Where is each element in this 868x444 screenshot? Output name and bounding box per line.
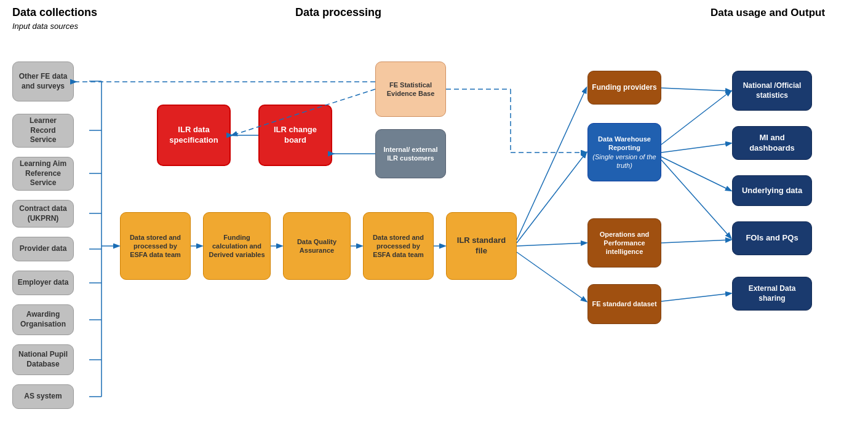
header-data-usage: Data usage and Output	[711, 6, 825, 20]
svg-line-22	[661, 160, 731, 238]
header-usage-title: Data usage and Output	[711, 7, 825, 18]
box-data-warehouse: Data Warehouse Reporting(Single version …	[587, 123, 661, 181]
svg-line-16	[517, 153, 586, 243]
svg-line-32	[661, 88, 731, 91]
box-underlying-data: Underlying data	[732, 175, 812, 206]
svg-line-24	[661, 240, 731, 243]
svg-line-17	[517, 243, 586, 246]
header-data-collections: Data collections Input data sources	[12, 6, 97, 32]
svg-line-15	[517, 88, 586, 240]
box-funding-calc: Funding calculation and Derived variable…	[203, 212, 271, 280]
svg-line-18	[517, 252, 586, 301]
header-processing-title: Data processing	[295, 6, 381, 18]
box-ilr-board: ILR change board	[258, 105, 332, 166]
box-fe-stat: FE Statistical Evidence Base	[375, 61, 446, 117]
box-ilr-spec: ILR data specification	[157, 105, 231, 166]
box-data-quality: Data Quality Assurance	[283, 212, 351, 280]
svg-line-21	[661, 157, 731, 191]
box-awarding-org: Awarding Organisation	[12, 304, 74, 335]
box-national-official: National /Official statistics	[732, 71, 812, 111]
box-learner-record: Learner Record Service	[12, 114, 74, 148]
box-learning-aim: Learning Aim Reference Service	[12, 157, 74, 191]
box-data-stored2: Data stored and processed by ESFA data t…	[363, 212, 434, 280]
box-data-stored1: Data stored and processed by ESFA data t…	[120, 212, 191, 280]
svg-line-23	[661, 293, 731, 301]
box-employer-data: Employer data	[12, 271, 74, 295]
svg-line-20	[661, 143, 731, 153]
diagram-container: Data collections Input data sources Data…	[0, 0, 868, 444]
box-funding-providers: Funding providers	[587, 71, 661, 105]
box-as-system: AS system	[12, 384, 74, 409]
svg-line-19	[661, 91, 731, 145]
box-contract-data: Contract data (UKPRN)	[12, 200, 74, 228]
box-ilr-standard: ILR standard file	[446, 212, 517, 280]
box-mi-dashboards: MI and dashboards	[732, 126, 812, 160]
header-collections-title: Data collections	[12, 6, 97, 18]
header-collections-sub: Input data sources	[12, 22, 78, 31]
box-fe-standard: FE standard dataset	[587, 284, 661, 324]
box-operations: Operations and Performance intelligence	[587, 218, 661, 268]
box-fois-pqs: FOIs and PQs	[732, 221, 812, 255]
header-data-processing: Data processing	[295, 6, 381, 19]
box-external-sharing: External Data sharing	[732, 277, 812, 311]
box-other-fe: Other FE data and surveys	[12, 61, 74, 101]
box-internal-ext: Internal/ external ILR customers	[375, 129, 446, 178]
box-national-pupil: National Pupil Database	[12, 344, 74, 375]
box-provider-data: Provider data	[12, 237, 74, 261]
